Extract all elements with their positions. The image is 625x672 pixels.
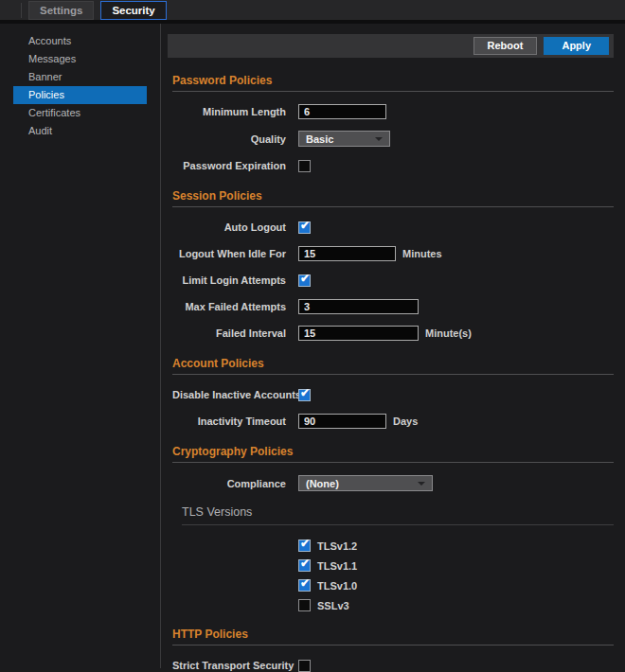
max-failed-attempts-input[interactable] [298,299,419,314]
tab-bar-divider [21,3,22,18]
logout-when-idle-input[interactable] [298,246,396,261]
tls-versions-title: TLS Versions [182,505,614,519]
auto-logout-checkbox[interactable] [298,221,311,234]
content-panel: Reboot Apply Password Policies Minimum L… [161,24,625,668]
auto-logout-row: Auto Logout [172,220,614,235]
minimum-length-input[interactable] [298,104,386,119]
limit-login-attempts-checkbox[interactable] [298,274,311,287]
account-policies-title: Account Policies [172,357,614,370]
failed-interval-unit: Minute(s) [425,327,472,339]
failed-interval-label: Failed Interval [172,327,286,339]
failed-interval-row: Failed Interval Minute(s) [172,326,614,341]
section-divider [172,645,614,645]
sidebar-item-messages[interactable]: Messages [13,50,147,68]
session-policies-title: Session Policies [172,189,614,203]
disable-inactive-accounts-row: Disable Inactive Accounts [172,387,614,402]
tlsv1-0-checkbox[interactable] [298,579,311,592]
tlsv1-1-label: TLSv1.1 [317,560,357,572]
max-failed-attempts-row: Max Failed Attempts [172,299,614,314]
sidebar-item-accounts[interactable]: Accounts [13,32,147,50]
minimum-length-label: Minimum Length [172,106,286,117]
tlsv1-1-checkbox[interactable] [298,559,311,572]
compliance-select[interactable]: (None) [298,475,433,491]
quality-select[interactable]: Basic [298,131,390,147]
tlsv1-2-label: TLSv1.2 [317,540,357,552]
compliance-row: Compliance (None) [172,475,614,491]
sslv3-checkbox[interactable] [298,599,311,611]
strict-transport-security-checkbox[interactable] [298,660,311,672]
limit-login-attempts-label: Limit Login Attempts [172,274,286,286]
section-divider [172,206,614,207]
cryptography-policies-title: Cryptography Policies [172,445,614,458]
http-policies-title: HTTP Policies [172,628,614,641]
tlsv1-1-row: TLSv1.1 [172,559,614,572]
tlsv1-0-label: TLSv1.0 [317,580,357,592]
password-expiration-row: Password Expiration [172,158,614,173]
quality-row: Quality Basic [172,131,614,147]
sslv3-row: SSLv3 [172,599,614,611]
tab-security[interactable]: Security [100,1,166,20]
logout-when-idle-unit: Minutes [402,248,442,259]
max-failed-attempts-label: Max Failed Attempts [172,301,286,312]
chevron-down-icon [375,137,383,141]
subsection-divider [182,524,614,525]
tab-settings[interactable]: Settings [28,1,94,20]
password-policies-title: Password Policies [172,74,614,87]
section-divider [172,374,614,375]
inactivity-timeout-label: Inactivity Timeout [172,416,286,427]
failed-interval-input[interactable] [298,326,419,341]
reboot-button[interactable]: Reboot [473,37,538,55]
inactivity-timeout-unit: Days [393,416,418,427]
tlsv1-2-row: TLSv1.2 [172,539,614,552]
password-expiration-checkbox[interactable] [298,160,311,172]
sidebar-item-banner[interactable]: Banner [13,68,147,86]
inactivity-timeout-input[interactable] [298,414,386,429]
sidebar-item-audit[interactable]: Audit [13,122,147,140]
compliance-label: Compliance [172,478,286,489]
password-expiration-label: Password Expiration [172,160,286,171]
apply-button[interactable]: Apply [544,37,609,55]
sidebar: Accounts Messages Banner Policies Certif… [0,24,161,668]
section-divider [172,462,614,463]
policy-sections: Password Policies Minimum Length Quality… [168,74,614,672]
top-tab-bar: Settings Security [0,0,625,24]
logout-when-idle-row: Logout When Idle For Minutes [172,246,614,261]
sidebar-item-certificates[interactable]: Certificates [13,104,147,122]
inactivity-timeout-row: Inactivity Timeout Days [172,414,614,429]
compliance-select-value: (None) [306,478,339,489]
limit-login-attempts-row: Limit Login Attempts [172,273,614,288]
strict-transport-security-label: Strict Transport Security [172,660,286,671]
tlsv1-0-row: TLSv1.0 [172,579,614,592]
chevron-down-icon [418,482,425,486]
minimum-length-row: Minimum Length [172,104,614,119]
sslv3-label: SSLv3 [317,600,349,611]
tlsv1-2-checkbox[interactable] [298,539,311,552]
strict-transport-security-row: Strict Transport Security [172,658,614,672]
quality-select-value: Basic [306,133,333,145]
section-divider [172,91,614,92]
main-area: Accounts Messages Banner Policies Certif… [0,24,625,668]
auto-logout-label: Auto Logout [172,221,286,233]
disable-inactive-accounts-label: Disable Inactive Accounts [172,389,286,400]
disable-inactive-accounts-checkbox[interactable] [298,389,311,401]
quality-label: Quality [172,133,286,145]
logout-when-idle-label: Logout When Idle For [172,248,286,259]
action-toolbar: Reboot Apply [168,34,614,58]
sidebar-item-policies[interactable]: Policies [13,86,147,104]
